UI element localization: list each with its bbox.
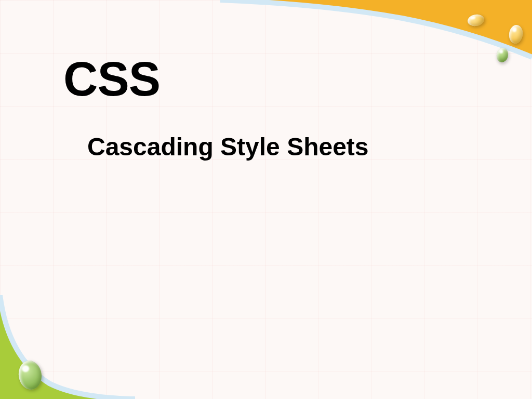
water-drop-icon: [496, 47, 510, 63]
slide-subtitle: Cascading Style Sheets: [87, 132, 369, 161]
slide-title: CSS: [63, 52, 160, 107]
top-right-curve-decoration: [220, 0, 532, 68]
water-drop-icon: [508, 24, 524, 44]
bottom-left-curve-decoration: [0, 295, 135, 399]
water-drop-icon: [17, 359, 43, 391]
water-drop-icon: [467, 13, 485, 27]
slide: CSS Cascading Style Sheets: [0, 0, 532, 399]
